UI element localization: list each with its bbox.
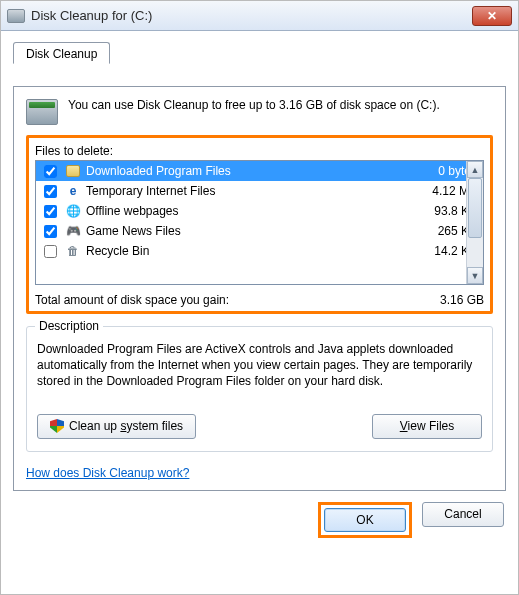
- help-link[interactable]: How does Disk Cleanup work?: [26, 466, 189, 480]
- tab-panel: You can use Disk Cleanup to free up to 3…: [13, 86, 506, 491]
- file-row[interactable]: eTemporary Internet Files4.12 MB: [36, 181, 483, 201]
- total-value: 3.16 GB: [440, 293, 484, 307]
- file-checkbox[interactable]: [44, 225, 57, 238]
- total-row: Total amount of disk space you gain: 3.1…: [35, 293, 484, 307]
- file-name: Game News Files: [86, 224, 433, 238]
- scroll-down-button[interactable]: ▼: [467, 267, 483, 284]
- drive-icon: [7, 9, 25, 23]
- file-name: Downloaded Program Files: [86, 164, 433, 178]
- cancel-button[interactable]: Cancel: [422, 502, 504, 527]
- ok-highlight: OK: [318, 502, 412, 538]
- file-row[interactable]: Downloaded Program Files0 bytes: [36, 161, 483, 181]
- description-legend: Description: [35, 319, 103, 333]
- files-to-delete-label: Files to delete:: [35, 144, 484, 158]
- globe-icon: 🌐: [66, 204, 81, 218]
- file-checkbox[interactable]: [44, 165, 57, 178]
- total-label: Total amount of disk space you gain:: [35, 293, 229, 307]
- file-row[interactable]: 🎮Game News Files265 KB: [36, 221, 483, 241]
- ok-button[interactable]: OK: [324, 508, 406, 532]
- shield-icon: [50, 419, 64, 433]
- file-name: Offline webpages: [86, 204, 429, 218]
- dialog-body: Disk Cleanup You can use Disk Cleanup to…: [1, 31, 518, 550]
- file-row[interactable]: 🌐Offline webpages93.8 KB: [36, 201, 483, 221]
- clean-up-system-files-button[interactable]: Clean up system files: [37, 414, 196, 439]
- view-files-button[interactable]: View Files: [372, 414, 482, 439]
- file-name: Recycle Bin: [86, 244, 429, 258]
- description-group: Description Downloaded Program Files are…: [26, 326, 493, 452]
- file-list[interactable]: Downloaded Program Files0 byteseTemporar…: [35, 160, 484, 285]
- close-button[interactable]: ✕: [472, 6, 512, 26]
- intro-row: You can use Disk Cleanup to free up to 3…: [26, 97, 493, 125]
- description-text: Downloaded Program Files are ActiveX con…: [37, 341, 482, 390]
- scroll-up-button[interactable]: ▲: [467, 161, 483, 178]
- scrollbar[interactable]: ▲ ▼: [466, 161, 483, 284]
- file-checkbox[interactable]: [44, 245, 57, 258]
- description-button-row: Clean up system files View Files: [37, 414, 482, 439]
- disk-cleanup-icon: [26, 99, 58, 125]
- scroll-track[interactable]: [467, 178, 483, 267]
- file-row[interactable]: 🗑Recycle Bin14.2 KB: [36, 241, 483, 261]
- recycle-bin-icon: 🗑: [67, 244, 79, 258]
- footer-buttons: OK Cancel: [13, 502, 506, 538]
- game-icon: 🎮: [66, 224, 81, 238]
- intro-text: You can use Disk Cleanup to free up to 3…: [68, 97, 493, 125]
- window-title: Disk Cleanup for (C:): [31, 8, 472, 23]
- folder-icon: [66, 165, 80, 177]
- file-checkbox[interactable]: [44, 185, 57, 198]
- scroll-thumb[interactable]: [468, 178, 482, 238]
- files-to-delete-section: Files to delete: Downloaded Program File…: [26, 135, 493, 314]
- tab-strip: Disk Cleanup: [13, 39, 506, 63]
- ie-icon: e: [70, 184, 77, 198]
- file-checkbox[interactable]: [44, 205, 57, 218]
- file-name: Temporary Internet Files: [86, 184, 427, 198]
- tab-disk-cleanup[interactable]: Disk Cleanup: [13, 42, 110, 64]
- title-bar: Disk Cleanup for (C:) ✕: [1, 1, 518, 31]
